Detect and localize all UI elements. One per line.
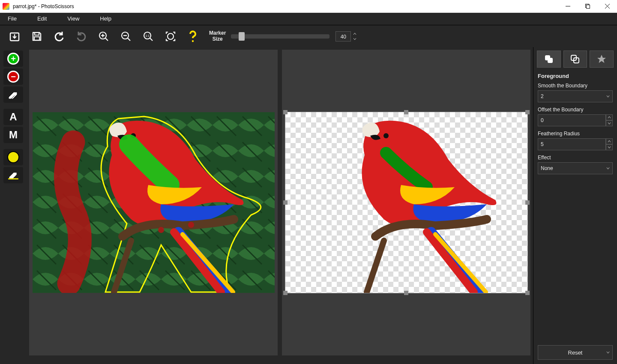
tab-foreground[interactable] (537, 51, 561, 68)
eraser-yellow-icon (7, 171, 20, 179)
effect-label: Effect (538, 155, 613, 161)
crop-handle-ne[interactable] (525, 110, 530, 114)
offset-label: Offset the Boundary (538, 107, 613, 113)
redo-button[interactable] (70, 27, 93, 46)
properties-panel: Foreground Smooth the Boundary 2 Offset … (533, 47, 617, 364)
save-button[interactable] (26, 27, 48, 46)
result-image (285, 112, 527, 293)
menu-file[interactable]: File (0, 13, 30, 25)
marker-size-slider[interactable] (231, 34, 329, 39)
toolbar: 1:1 Marker Size 40 (0, 25, 617, 47)
eraser-button[interactable] (3, 87, 23, 103)
title-bar: parrot.jpg* - PhotoScissors (0, 0, 617, 13)
source-image (33, 112, 275, 293)
crop-handle-e[interactable] (525, 200, 530, 205)
manual-mode-button[interactable]: M (3, 127, 23, 143)
crop-handle-sw[interactable] (283, 291, 288, 295)
auto-mode-button[interactable]: A (3, 109, 23, 125)
svg-point-14 (131, 133, 136, 138)
letter-m-icon: M (9, 129, 18, 141)
marker-size-spinner (352, 31, 358, 42)
crop-handle-w[interactable] (283, 200, 288, 205)
svg-point-17 (383, 133, 389, 138)
svg-rect-3 (35, 33, 39, 35)
background-marker-button[interactable]: − (3, 69, 23, 85)
crop-handle-s[interactable] (404, 291, 408, 295)
yellow-circle-icon (7, 151, 19, 163)
source-canvas[interactable] (33, 112, 275, 293)
menu-view[interactable]: View (60, 13, 92, 25)
reset-button[interactable]: Reset (538, 345, 613, 360)
offset-down[interactable] (606, 120, 613, 126)
window-title: parrot.jpg* - PhotoScissors (13, 3, 558, 9)
offset-up[interactable] (606, 114, 613, 120)
effect-combo[interactable]: None (538, 162, 613, 174)
svg-text:1:1: 1:1 (145, 34, 150, 37)
chevron-down-icon (606, 351, 610, 354)
highlight-marker-button[interactable] (3, 149, 23, 165)
foreground-marker-button[interactable]: + (3, 51, 23, 67)
marker-size-down[interactable] (352, 36, 358, 42)
svg-rect-1 (586, 5, 590, 9)
panel-tabs (533, 47, 617, 71)
help-button[interactable] (182, 27, 204, 46)
tab-favorites[interactable] (590, 51, 614, 68)
menu-edit[interactable]: Edit (30, 13, 60, 25)
svg-rect-13 (33, 112, 275, 293)
feather-value: 5 (538, 138, 606, 150)
offset-input[interactable]: 0 (538, 114, 613, 126)
open-button[interactable] (3, 27, 26, 46)
minimize-button[interactable] (558, 0, 578, 13)
maximize-button[interactable] (578, 0, 597, 13)
zoom-out-button[interactable] (115, 27, 137, 46)
minus-icon: − (7, 71, 19, 83)
highlight-eraser-button[interactable] (3, 167, 23, 183)
svg-point-16 (188, 222, 194, 228)
svg-point-9 (168, 33, 174, 39)
plus-icon: + (7, 53, 19, 65)
zoom-actual-button[interactable]: 1:1 (137, 27, 159, 46)
letter-a-icon: A (9, 111, 17, 123)
effect-value: None (541, 165, 553, 171)
feather-down[interactable] (606, 144, 613, 150)
offset-value: 0 (538, 114, 606, 126)
close-button[interactable] (597, 0, 617, 13)
chevron-down-icon (606, 95, 610, 98)
crop-handle-n[interactable] (404, 110, 408, 114)
zoom-fit-button[interactable] (159, 27, 182, 46)
smooth-label: Smooth the Boundary (538, 83, 613, 89)
eraser-icon (7, 90, 20, 99)
background-icon (570, 54, 580, 64)
tab-background[interactable] (563, 51, 587, 68)
feather-label: Feathering Radius (538, 131, 613, 137)
marker-size-up[interactable] (352, 31, 358, 36)
crop-handle-nw[interactable] (283, 110, 288, 114)
star-icon (596, 54, 607, 64)
chevron-down-icon (606, 167, 610, 170)
foreground-icon (544, 54, 554, 64)
slider-thumb[interactable] (239, 32, 245, 41)
svg-point-15 (158, 227, 164, 233)
svg-rect-19 (548, 58, 553, 63)
menu-bar: File Edit View Help (0, 13, 617, 25)
feather-input[interactable]: 5 (538, 138, 613, 150)
zoom-in-button[interactable] (93, 27, 115, 46)
undo-button[interactable] (48, 27, 70, 46)
smooth-combo[interactable]: 2 (538, 90, 613, 102)
marker-size-label: Marker Size (209, 30, 226, 42)
tool-column: + − A M (0, 47, 27, 364)
result-canvas[interactable] (285, 112, 527, 293)
result-pane[interactable] (282, 50, 530, 355)
section-title: Foreground (533, 71, 617, 83)
menu-help[interactable]: Help (92, 13, 124, 25)
reset-label: Reset (568, 349, 583, 356)
app-icon (3, 3, 9, 10)
svg-point-10 (192, 40, 194, 42)
canvas-split (27, 47, 533, 364)
crop-handle-se[interactable] (525, 291, 530, 295)
workspace: + − A M (0, 47, 617, 364)
smooth-value: 2 (541, 93, 544, 99)
source-pane[interactable] (29, 50, 278, 355)
marker-size-value[interactable]: 40 (335, 31, 351, 42)
feather-up[interactable] (606, 138, 613, 144)
